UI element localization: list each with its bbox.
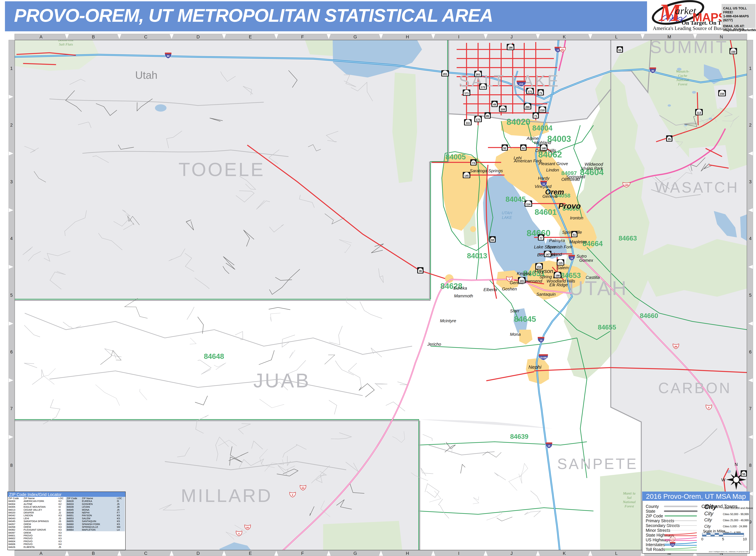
ruler-notch [748,208,753,212]
city-label-jericho: Jericho [427,342,441,347]
grid-label-3: 3 [749,179,752,184]
ruler-notch [274,34,278,39]
compass-n: N [735,462,738,467]
state-route-shield-71: 71 [538,89,544,96]
city-label-vivian-park: Vivian Park [581,166,603,171]
water-label: UTAH [502,211,512,215]
grid-label-C: C [144,34,147,40]
city-label-olmstead: Olmstead [561,177,580,182]
grid-label-H: H [406,551,409,556]
ruler-notch [748,322,753,325]
zip-label-84004: 84004 [532,124,553,132]
city-label-eureka: Eureka [453,286,467,290]
svg-text:115: 115 [558,262,563,265]
forest-label: Forest [678,82,688,86]
grid-ruler-left: 123456789 [8,40,14,550]
zip-label-84655: 84655 [598,323,616,331]
grid-label-8: 8 [749,463,752,468]
svg-text:171: 171 [528,90,532,93]
ruler-notch [117,551,121,556]
lake-rush [155,104,167,112]
svg-text:15: 15 [542,183,545,185]
state-route-shield-85: 85 [484,112,491,118]
state-route-shield-201: 201 [441,70,449,76]
svg-text:123: 123 [671,539,674,541]
legend-city-sample: City [704,503,717,511]
ruler-notch [65,551,69,556]
svg-text:80: 80 [651,70,654,72]
state-route-shield-141: 141 [518,277,525,283]
grid-label-L: L [615,551,618,556]
zip-index-row: 84604PROVOK3 [8,540,66,543]
grid-label-K: K [563,34,566,40]
legend-item-sthwy: State Highways [646,533,675,537]
svg-text:173: 173 [476,118,480,121]
svg-text:71: 71 [534,115,537,117]
zip-index-row: 84020DRAPERJ2 [8,511,66,514]
grid-label-5: 5 [10,293,13,298]
zip-label-84663: 84663 [619,235,637,242]
ruler-notch [748,95,753,99]
svg-text:146: 146 [542,147,546,150]
ruler-notch [9,265,13,269]
legend-city-desc: Cities 50,000 - 99,999 [723,513,749,516]
county-label-millard: MILLARD [181,485,272,506]
grid-label-I: I [458,551,459,556]
legend-title: 2016 Provo-Orem, UT MSA Map [642,491,750,501]
svg-text:15: 15 [556,49,559,51]
grid-label-D: D [197,34,200,40]
forest-label: Forest [624,504,634,508]
grid-label-1: 1 [749,66,752,71]
city-label-palmyra: Palmyra [549,238,565,243]
urban-cedar-fort [470,226,476,232]
grid-label-L: L [615,34,618,40]
grid-label-H: H [406,34,409,40]
grid-ruler-top: ABCDEFGHIJKLMN [14,34,747,40]
city-label-saratoga-springs: Saratoga Springs [470,168,503,173]
ruler-notch [748,151,753,155]
zip-index-row: 84626ELBERTAJ5 [8,546,66,548]
zip-index-row: 84043LEHIJ3 [8,517,66,520]
grid-label-G: G [353,551,357,556]
svg-text:266: 266 [525,106,530,108]
legend-city-sample: City [704,517,712,523]
legend-item-toll: Toll Roads [646,547,665,552]
zip-index-row: 84042LINDONK3 [8,514,66,517]
zip-index-row: 84653SALEMK5 [67,517,125,520]
county-label-salt-lake: SALT LAKE [459,72,560,90]
city-label-mcintyre: Mcintyre [440,318,456,323]
svg-text:77: 77 [540,237,543,240]
forest-label: National [623,500,635,504]
zip-index-row: 84633GOSHENJ5 [67,502,125,506]
ruler-notch [222,34,226,39]
zip-label-84045: 84045 [506,195,526,203]
ruler-notch [693,34,697,39]
svg-text:201: 201 [443,73,447,75]
county-label-utah: UTAH [569,277,628,299]
ruler-notch [484,34,488,39]
state-label: Utah [135,69,158,81]
zip-label-84005: 84005 [446,153,466,161]
svg-text:15-BR: 15-BR [540,356,547,359]
state-route-shield-171: 171 [463,90,470,96]
svg-text:171: 171 [465,92,469,95]
svg-text:49: 49 [493,103,496,106]
state-route-shield-150: 150 [718,90,726,96]
svg-text:111: 111 [466,121,470,125]
svg-text:150: 150 [720,93,724,95]
ruler-notch [65,34,69,39]
ruler-notch [484,551,488,556]
zip-index-row: 84602PROVOK3 [8,537,66,540]
svg-text:150: 150 [731,50,735,53]
legend-item-inter: Interstates [646,542,665,547]
svg-text:6: 6 [509,278,510,281]
grid-label-F: F [301,551,304,556]
zip-index-row: 84648NEPHIF7 [67,511,125,514]
city-label-mammoth: Mammoth [454,293,473,298]
zip-index-row: 84645MONAJ5 [67,508,125,511]
svg-text:92: 92 [503,147,506,150]
zip-label-84660: 84660 [640,312,658,319]
grid-label-7: 7 [10,406,13,411]
state-route-shield-51: 51 [571,231,578,237]
svg-text:89: 89 [675,345,677,348]
